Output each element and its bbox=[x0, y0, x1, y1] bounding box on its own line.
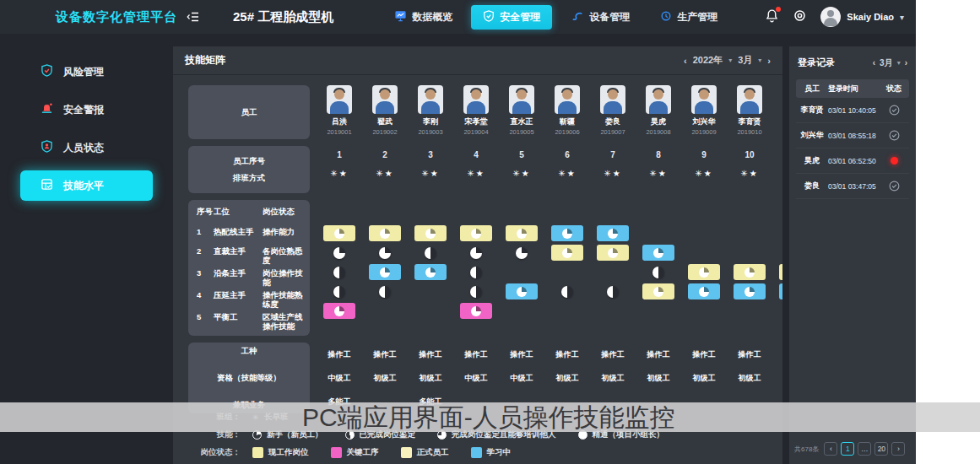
prev-month-icon[interactable]: ‹ bbox=[684, 56, 687, 66]
job-band-label: 工种 bbox=[241, 339, 257, 363]
skill-ball bbox=[333, 267, 345, 278]
nav-safety-management[interactable]: 安全管理 bbox=[471, 5, 552, 30]
employee-name: 翟武 bbox=[377, 116, 393, 127]
nav-device-management[interactable]: 设备管理 bbox=[559, 5, 642, 30]
skill-row-label: 1热配线主手操作能力 bbox=[197, 224, 303, 243]
pagination-next-button[interactable]: › bbox=[891, 442, 905, 456]
skill-ball bbox=[470, 267, 482, 278]
employee-card: 娄良2019007 bbox=[590, 85, 636, 136]
skill-chip bbox=[688, 264, 720, 280]
employee-number: 4 bbox=[453, 146, 499, 165]
skill-row-label: 3沿条主手岗位操作技能 bbox=[197, 265, 303, 287]
employee-id: 2019002 bbox=[372, 128, 397, 136]
emp-no-label: 员工序号 bbox=[233, 156, 265, 167]
sidebar-item-risk-management[interactable]: 风险管理 bbox=[20, 57, 153, 87]
skill-matrix-panel: 技能矩阵 ‹ 2022年 ▾ 3月 ▾ › 员工 吕洪2019001翟武2019… bbox=[173, 46, 782, 464]
login-time: 03/01 08:55:18 bbox=[828, 132, 882, 140]
pagination-prev-button[interactable]: ‹ bbox=[824, 442, 837, 456]
job-type-cell: 操作工 bbox=[636, 343, 681, 366]
notification-bell-icon[interactable] bbox=[765, 8, 779, 26]
next-month-icon[interactable]: › bbox=[767, 56, 771, 66]
skill-ball bbox=[334, 306, 344, 316]
device-management-icon bbox=[571, 10, 584, 24]
grade-cell: 初级工 bbox=[636, 366, 681, 390]
matrix-row bbox=[317, 262, 782, 282]
employee-avatar bbox=[372, 85, 398, 114]
employee-card: 李育贤2019010 bbox=[727, 85, 772, 136]
status-color-swatch bbox=[252, 447, 263, 458]
nav-data-overview[interactable]: 数据概览 bbox=[382, 4, 464, 30]
employee-id: 2019004 bbox=[463, 128, 488, 136]
login-row: 娄良03/01 03:47:05 bbox=[796, 174, 909, 199]
matrix-cell bbox=[727, 264, 772, 280]
nav-label: 安全管理 bbox=[500, 10, 540, 24]
employee-id: 2019008 bbox=[646, 128, 670, 136]
grade-cell: 初级工 bbox=[727, 366, 772, 390]
employee-avatar bbox=[509, 85, 534, 114]
employee-id: 2019007 bbox=[600, 128, 625, 136]
menu-collapse-icon[interactable] bbox=[186, 9, 201, 24]
sidebar-item-skill-level[interactable]: 技能水平 bbox=[20, 170, 153, 201]
employee-card: 靳疆2019006 bbox=[544, 85, 590, 136]
production-management-icon bbox=[660, 10, 672, 24]
employee-label: 员工 bbox=[241, 107, 257, 118]
matrix-cell bbox=[317, 267, 362, 278]
skill-chip bbox=[460, 225, 492, 241]
nav-label: 设备管理 bbox=[589, 10, 630, 24]
nav-label: 生产管理 bbox=[677, 10, 717, 24]
sidebar-item-safety-alert[interactable]: 安全警报 bbox=[20, 94, 153, 125]
skill-chip bbox=[734, 264, 766, 280]
nav-production-management[interactable]: 生产管理 bbox=[648, 5, 729, 30]
pagination: 共678条 ‹1…20› bbox=[794, 442, 912, 456]
employee-id: 2019006 bbox=[555, 128, 579, 136]
login-month-select[interactable]: 3月 bbox=[880, 57, 893, 69]
login-status bbox=[882, 130, 906, 141]
pagination-page-button[interactable]: 20 bbox=[874, 442, 888, 456]
employee-number: 2 bbox=[362, 146, 408, 165]
employee-avatar bbox=[600, 85, 625, 114]
matrix-cell bbox=[453, 247, 499, 259]
grade-cell: 初级工 bbox=[544, 366, 590, 390]
status-legend-item: 正式员工 bbox=[401, 447, 449, 458]
status-legend-item: 学习中 bbox=[471, 447, 512, 458]
settings-gear-icon[interactable] bbox=[793, 8, 807, 26]
shift-mode-icons: ✳★ bbox=[317, 165, 362, 183]
month-select[interactable]: 3月 bbox=[738, 54, 752, 67]
snowflake-star-icon: ✳★ bbox=[421, 165, 439, 183]
employee-id: 2019010 bbox=[737, 128, 761, 136]
job-type-cell: 操作工 bbox=[317, 343, 362, 366]
next-month-icon[interactable]: › bbox=[905, 58, 907, 67]
sidebar-item-personnel-status[interactable]: 人员状态 bbox=[20, 132, 153, 163]
employee-name: 宋孝堂 bbox=[465, 116, 488, 127]
user-menu[interactable]: Skaiy Diao ▾ bbox=[820, 7, 904, 27]
top-bar: 设备数字化管理平台 25# 工程胎成型机 数据概览安全管理设备管理生产管理 Sk… bbox=[0, 0, 916, 34]
matrix-cell bbox=[772, 283, 782, 299]
year-select[interactable]: 2022年 bbox=[693, 54, 723, 67]
employee-card: 李刚2019003 bbox=[408, 85, 453, 136]
prev-month-icon[interactable]: ‹ bbox=[873, 58, 875, 67]
job-type-cell: 操作工 bbox=[499, 343, 544, 366]
employee-number: 6 bbox=[544, 146, 590, 165]
chevron-down-icon: ▾ bbox=[758, 57, 761, 64]
skill-chip bbox=[369, 264, 401, 280]
login-status bbox=[882, 157, 906, 165]
login-employee-name: 刘兴华 bbox=[796, 130, 828, 141]
matrix-cell bbox=[681, 264, 727, 280]
snowflake-star-icon: ✳★ bbox=[376, 165, 393, 183]
skill-chip bbox=[414, 225, 447, 241]
matrix-row bbox=[317, 243, 782, 262]
skill-chip bbox=[642, 245, 674, 261]
matrix-cell bbox=[499, 247, 544, 259]
check-circle-icon bbox=[889, 130, 900, 141]
employee-name: 李育贤 bbox=[739, 116, 761, 127]
matrix-cell bbox=[317, 247, 362, 259]
login-row: 李育贤03/01 10:40:05 bbox=[796, 98, 909, 123]
matrix-row bbox=[317, 224, 782, 243]
shift-mode-icons: ✳★ bbox=[408, 165, 453, 183]
skill-ball bbox=[471, 229, 481, 239]
employee-band: 员工 吕洪2019001翟武2019002李刚2019003宋孝堂2019004… bbox=[188, 85, 782, 139]
pagination-page-button[interactable]: … bbox=[858, 442, 871, 456]
matrix-cell bbox=[408, 264, 453, 280]
shift-band: 员工序号 排班方式 1234567891011 ✳★✳★✳★✳★✳★✳★✳★✳★… bbox=[188, 146, 782, 193]
pagination-page-button[interactable]: 1 bbox=[841, 442, 854, 456]
